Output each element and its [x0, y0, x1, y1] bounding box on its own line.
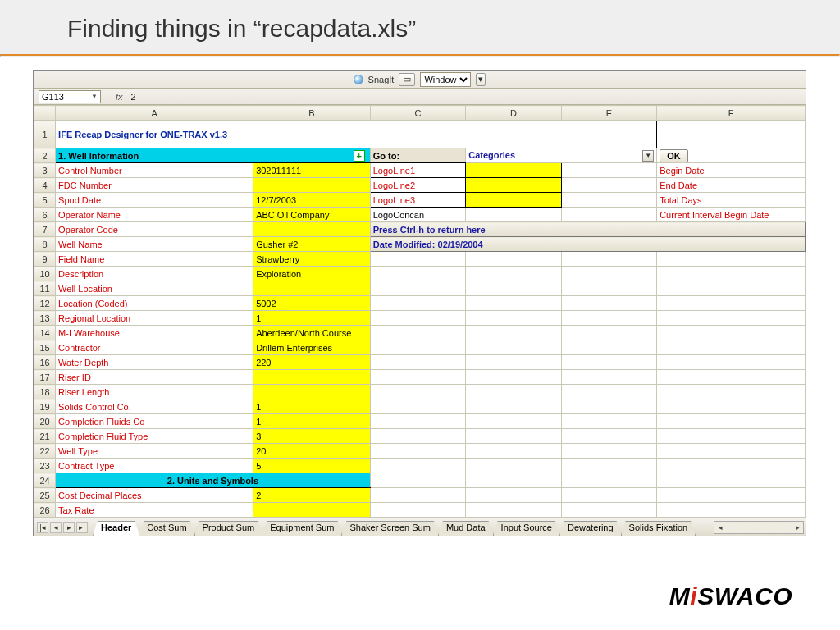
cell[interactable]: [657, 326, 806, 340]
sheet-tab[interactable]: Solids Fixation: [621, 521, 696, 536]
tab-prev-button[interactable]: ◂: [50, 522, 62, 533]
sheet-tab[interactable]: Equipment Sum: [262, 521, 342, 536]
cell[interactable]: [561, 355, 656, 370]
cell[interactable]: [466, 355, 561, 370]
field-label[interactable]: Contract Type: [56, 459, 253, 473]
goto-dropdown[interactable]: Categories ▼: [466, 148, 657, 163]
cell[interactable]: [466, 340, 561, 355]
corner-cell[interactable]: [34, 106, 56, 121]
cell[interactable]: [657, 488, 806, 503]
field-value[interactable]: ABC Oil Company: [253, 208, 371, 222]
row-header[interactable]: 23: [34, 459, 56, 473]
cell[interactable]: [370, 429, 465, 444]
cell[interactable]: [657, 370, 806, 385]
cell[interactable]: [370, 296, 465, 311]
cell[interactable]: [561, 281, 656, 296]
cell[interactable]: [561, 473, 656, 488]
field-label[interactable]: Operator Name: [56, 208, 253, 222]
row-header[interactable]: 17: [34, 370, 56, 385]
cell[interactable]: [370, 444, 465, 459]
cell[interactable]: [657, 503, 806, 518]
field-value[interactable]: [253, 178, 371, 193]
cell[interactable]: [657, 429, 806, 444]
cell[interactable]: [370, 385, 465, 399]
cell[interactable]: [370, 267, 465, 281]
cell[interactable]: [657, 459, 806, 473]
row-header[interactable]: 24: [34, 473, 56, 488]
cell[interactable]: [657, 252, 806, 267]
field-label[interactable]: FDC Number: [56, 178, 253, 193]
field-value[interactable]: 20: [253, 444, 371, 459]
field-label[interactable]: Spud Date: [56, 193, 253, 208]
field-label[interactable]: Field Name: [56, 252, 253, 267]
field-value[interactable]: [253, 370, 371, 385]
sheet-tab[interactable]: Mud Data: [438, 521, 494, 536]
field-value[interactable]: 302011111: [253, 163, 371, 178]
snagit-scope-select[interactable]: Window: [420, 72, 471, 87]
cell[interactable]: [370, 311, 465, 326]
cell[interactable]: [561, 414, 656, 429]
field-value[interactable]: Gusher #2: [253, 237, 371, 252]
row-header[interactable]: 6: [34, 208, 56, 222]
snagit-run-button[interactable]: ▾: [476, 73, 486, 86]
field-value[interactable]: Aberdeen/North Course: [253, 326, 371, 340]
cell[interactable]: [466, 267, 561, 281]
name-box[interactable]: G113 ▼: [39, 90, 101, 103]
col-header-A[interactable]: A: [56, 106, 253, 121]
col-header-E[interactable]: E: [561, 106, 656, 121]
field-value[interactable]: [253, 385, 371, 399]
cell[interactable]: [657, 121, 806, 148]
cell[interactable]: [561, 296, 656, 311]
cell[interactable]: [657, 311, 806, 326]
row-header[interactable]: 13: [34, 311, 56, 326]
tab-first-button[interactable]: |◂: [37, 522, 48, 533]
cell[interactable]: [466, 444, 561, 459]
cell[interactable]: [466, 399, 561, 414]
row-header[interactable]: 22: [34, 444, 56, 459]
date-field-label[interactable]: Total Days: [657, 193, 806, 208]
field-label[interactable]: Riser Length: [56, 385, 253, 399]
cell[interactable]: [561, 488, 656, 503]
tab-next-button[interactable]: ▸: [63, 522, 75, 533]
logo-line-label[interactable]: LogoLine1: [370, 163, 465, 178]
cell[interactable]: [657, 355, 806, 370]
field-label[interactable]: Well Location: [56, 281, 253, 296]
row-header[interactable]: 21: [34, 429, 56, 444]
field-label[interactable]: Well Type: [56, 444, 253, 459]
cell[interactable]: [466, 503, 561, 518]
cell[interactable]: [370, 252, 465, 267]
date-field-label[interactable]: Begin Date: [657, 163, 806, 178]
field-value[interactable]: [253, 222, 371, 237]
ok-cell[interactable]: OK: [657, 148, 806, 163]
field-value[interactable]: 1: [253, 414, 371, 429]
col-header-C[interactable]: C: [370, 106, 465, 121]
cell[interactable]: [466, 296, 561, 311]
col-header-F[interactable]: F: [657, 106, 806, 121]
cell[interactable]: [561, 370, 656, 385]
row-header[interactable]: 9: [34, 252, 56, 267]
cell[interactable]: [561, 503, 656, 518]
cell[interactable]: [561, 399, 656, 414]
field-label[interactable]: Contractor: [56, 340, 253, 355]
field-label[interactable]: Completion Fluids Co: [56, 414, 253, 429]
field-label[interactable]: Location (Coded): [56, 296, 253, 311]
row-header[interactable]: 5: [34, 193, 56, 208]
scroll-left-icon[interactable]: ◂: [714, 523, 726, 532]
logo-line-label[interactable]: LogoLine3: [370, 193, 465, 208]
field-label[interactable]: Description: [56, 267, 253, 281]
cell[interactable]: [370, 399, 465, 414]
cell[interactable]: [561, 326, 656, 340]
cell[interactable]: [370, 473, 465, 488]
row-header[interactable]: 1: [34, 121, 56, 148]
cell[interactable]: [466, 281, 561, 296]
field-value[interactable]: [253, 281, 371, 296]
field-label[interactable]: Water Depth: [56, 355, 253, 370]
cell[interactable]: [370, 488, 465, 503]
row-header[interactable]: 26: [34, 503, 56, 518]
cell[interactable]: [657, 340, 806, 355]
horizontal-scrollbar[interactable]: ◂ ▸: [714, 521, 804, 534]
section-2-header[interactable]: 2. Units and Symbols: [56, 473, 371, 488]
field-label[interactable]: Tax Rate: [56, 503, 253, 518]
row-header[interactable]: 11: [34, 281, 56, 296]
field-value[interactable]: 1: [253, 311, 371, 326]
